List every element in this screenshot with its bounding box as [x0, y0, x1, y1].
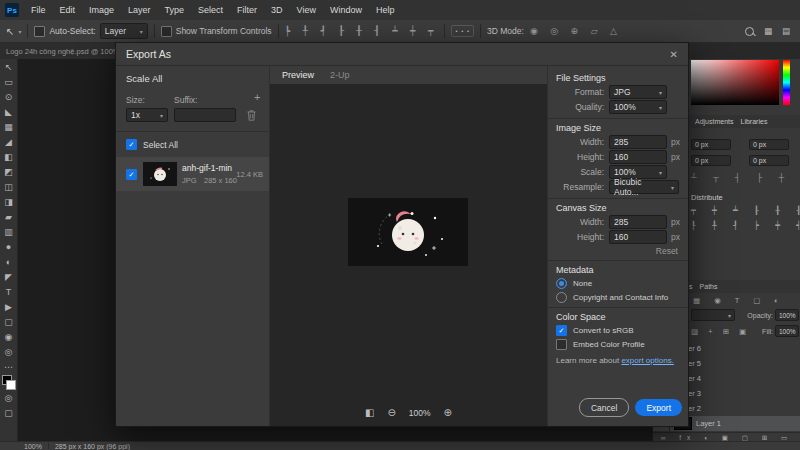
width-label: Width: — [556, 137, 604, 147]
opacity-dropdown[interactable]: 100% — [775, 309, 799, 321]
suffix-input[interactable] — [174, 108, 236, 122]
quick-mask-icon[interactable]: ◎ — [0, 390, 17, 405]
export-button[interactable]: Export — [635, 399, 682, 416]
property-field-2[interactable]: 0 px — [749, 139, 789, 150]
add-scale-icon[interactable]: + — [254, 91, 260, 103]
zoom-tool-icon[interactable]: ◎ — [0, 344, 17, 359]
tab-paths[interactable]: Paths — [700, 283, 718, 290]
preview-canvas[interactable]: ◧ ⊖ 100% ⊕ — [270, 84, 547, 426]
color-picker-field[interactable] — [691, 60, 779, 105]
file-checkbox[interactable]: ✓ — [126, 169, 137, 180]
screen-mode-icon[interactable]: ▢ — [0, 405, 17, 420]
tab-adjustments[interactable]: Adjustments — [695, 118, 734, 125]
color-swatches[interactable] — [0, 374, 17, 390]
pen-tool-icon[interactable]: ◤ — [0, 269, 17, 284]
auto-select-dropdown[interactable]: Layer ▾ — [100, 23, 148, 39]
align-icons-row[interactable]: ┴ ┬ ┤ ├ ┼ — [691, 173, 791, 182]
menu-help[interactable]: Help — [369, 0, 402, 20]
menu-type[interactable]: Type — [158, 0, 192, 20]
format-dropdown[interactable]: JPG ▾ — [609, 85, 667, 99]
menu-select[interactable]: Select — [191, 0, 230, 20]
eraser-tool-icon[interactable]: ▰ — [0, 209, 17, 224]
move-tool-icon[interactable]: ↖ — [0, 59, 17, 74]
edit-toolbar-icon[interactable]: ⋯ — [0, 359, 17, 374]
zoom-in-icon[interactable]: ⊕ — [444, 407, 452, 418]
menu-layer[interactable]: Layer — [121, 0, 158, 20]
background-color-swatch[interactable] — [6, 380, 16, 390]
radio-icon[interactable] — [556, 292, 567, 303]
dodge-tool-icon[interactable]: ◐ — [0, 254, 17, 269]
photoshop-logo-icon[interactable]: Ps — [5, 3, 19, 17]
image-width-input[interactable]: 285 — [609, 135, 667, 149]
lasso-tool-icon[interactable]: ⊙ — [0, 89, 17, 104]
checkbox-checked-icon[interactable]: ✓ — [556, 325, 567, 336]
hue-slider[interactable] — [783, 60, 790, 105]
metadata-option-none[interactable]: None — [556, 278, 680, 289]
workspace-icon[interactable]: ▤ — [782, 26, 790, 36]
image-height-input[interactable]: 160 — [609, 150, 667, 164]
select-all-checkbox[interactable]: ✓ — [126, 139, 137, 150]
zoom-level[interactable]: 100% — [24, 443, 42, 450]
metadata-option-copyright[interactable]: Copyright and Contact Info — [556, 292, 680, 303]
cancel-button[interactable]: Cancel — [579, 398, 629, 417]
convert-srgb-option[interactable]: ✓ Convert to sRGB — [556, 325, 680, 336]
canvas-width-input[interactable]: 285 — [609, 215, 667, 229]
reset-button[interactable]: Reset — [556, 246, 678, 256]
distribute-icons-row-2[interactable]: ┞ ╀ ┦ ┝ ┿ ┥ — [691, 221, 800, 230]
hand-tool-icon[interactable]: ◉ — [0, 329, 17, 344]
layer-filter-icons[interactable]: ▦ ◉ T ▢ ◐ — [693, 296, 785, 305]
mode-buttons-icons[interactable]: ◉ ◎ ⊕ ▱ △ — [530, 26, 622, 36]
close-icon[interactable]: ✕ — [670, 49, 678, 60]
menu-filter[interactable]: Filter — [230, 0, 264, 20]
marquee-tool-icon[interactable]: ▭ — [0, 74, 17, 89]
tab-2up[interactable]: 2-Up — [330, 70, 350, 80]
fit-screen-icon[interactable]: ◧ — [365, 407, 374, 418]
blend-mode-dropdown[interactable]: ▾ — [691, 309, 735, 321]
zoom-out-icon[interactable]: ⊖ — [387, 407, 395, 418]
radio-selected-icon[interactable] — [556, 278, 567, 289]
tab-preview[interactable]: Preview — [282, 70, 314, 80]
menu-window[interactable]: Window — [323, 0, 369, 20]
move-tool-icon[interactable]: ↖ — [6, 26, 14, 37]
healing-brush-tool-icon[interactable]: ◧ — [0, 149, 17, 164]
fill-dropdown[interactable]: 100% — [775, 325, 799, 337]
clone-stamp-tool-icon[interactable]: ◫ — [0, 179, 17, 194]
menu-3d[interactable]: 3D — [264, 0, 290, 20]
menu-edit[interactable]: Edit — [53, 0, 83, 20]
export-options-link[interactable]: export options. — [621, 356, 673, 365]
embed-profile-option[interactable]: Embed Color Profile — [556, 339, 680, 350]
type-tool-icon[interactable]: T — [0, 284, 17, 299]
property-field-1[interactable]: 0 px — [691, 139, 731, 150]
delete-scale-icon[interactable] — [247, 110, 256, 121]
auto-select-checkbox[interactable] — [34, 26, 45, 37]
tab-libraries[interactable]: Libraries — [741, 118, 768, 125]
quality-dropdown[interactable]: 100% ▾ — [609, 100, 667, 114]
checkbox-icon[interactable] — [556, 339, 567, 350]
more-options-button[interactable]: • • • — [451, 25, 474, 37]
show-transform-checkbox[interactable] — [161, 26, 172, 37]
canvas-height-input[interactable]: 160 — [609, 230, 667, 244]
align-buttons-icons[interactable]: ┡ ╀ ┩ ┠ ╂ ┨ ┷ ┿ ┯ — [285, 26, 439, 36]
menu-image[interactable]: Image — [82, 0, 121, 20]
path-selection-tool-icon[interactable]: ▶ — [0, 299, 17, 314]
menu-file[interactable]: File — [24, 0, 53, 20]
quick-selection-tool-icon[interactable]: ◣ — [0, 104, 17, 119]
resample-dropdown[interactable]: Bicubic Auto... ▾ — [609, 180, 679, 194]
brush-tool-icon[interactable]: ◩ — [0, 164, 17, 179]
distribute-icons-row-1[interactable]: ┯ ┿ ┷ ┠ ╂ ┨ — [691, 206, 800, 215]
preview-zoom-level[interactable]: 100% — [409, 408, 431, 418]
property-field-3[interactable]: 0 px — [691, 155, 731, 166]
size-dropdown[interactable]: 1x ▾ — [126, 108, 168, 122]
crop-tool-icon[interactable]: ▦ — [0, 119, 17, 134]
eyedropper-tool-icon[interactable]: ◢ — [0, 134, 17, 149]
menu-view[interactable]: View — [290, 0, 323, 20]
shape-tool-icon[interactable]: ▢ — [0, 314, 17, 329]
search-icon[interactable] — [745, 27, 754, 36]
arrange-documents-icon[interactable]: ▦ — [764, 26, 772, 36]
property-field-4[interactable]: 0 px — [749, 155, 789, 166]
select-all-row[interactable]: ✓ Select All — [126, 139, 178, 150]
export-file-item[interactable]: ✓ anh-gif-1-min JPG 285 x 160 12.4 KB — [116, 157, 269, 191]
blur-tool-icon[interactable]: ● — [0, 239, 17, 254]
gradient-tool-icon[interactable]: ▥ — [0, 224, 17, 239]
history-brush-tool-icon[interactable]: ◨ — [0, 194, 17, 209]
